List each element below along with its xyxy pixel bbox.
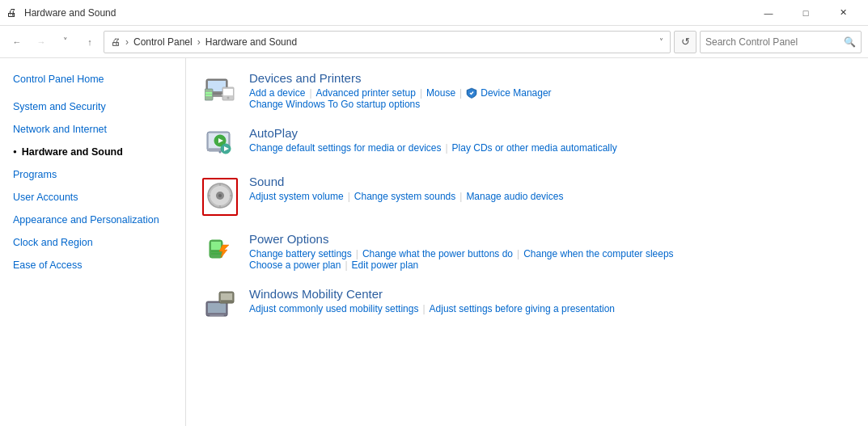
sidebar-item-ease-access[interactable]: Ease of Access <box>0 254 185 276</box>
link-device-manager[interactable]: Device Manager <box>481 87 551 99</box>
link-adjust-volume[interactable]: Adjust system volume <box>249 191 344 202</box>
mobility-icon <box>202 287 238 319</box>
addressbar: ← → ˅ ↑ 🖨 › Control Panel › Hardware and… <box>0 26 868 58</box>
sound-highlight-box <box>202 178 238 216</box>
section-devices-printers: Devices and Printers Add a device | Adva… <box>202 71 852 110</box>
link-advanced-printer[interactable]: Advanced printer setup <box>316 87 416 99</box>
search-input[interactable] <box>705 36 840 48</box>
mobility-svg-icon <box>205 289 235 319</box>
svg-point-13 <box>219 151 222 154</box>
window-controls: — □ ✕ <box>750 0 862 26</box>
power-svg-icon <box>205 234 235 264</box>
autoplay-links: Change default settings for media or dev… <box>249 142 852 154</box>
link-add-device[interactable]: Add a device <box>249 87 305 99</box>
sound-links: Adjust system volume | Change system sou… <box>249 191 852 202</box>
svg-rect-29 <box>211 253 221 255</box>
link-change-sounds[interactable]: Change system sounds <box>354 191 455 202</box>
devices-links-row1: Add a device | Advanced printer setup | … <box>249 87 852 99</box>
section-sound: Sound Adjust system volume | Change syst… <box>202 175 852 216</box>
power-links-row2: Choose a power plan | Edit power plan <box>249 259 852 271</box>
svg-rect-36 <box>221 293 232 300</box>
mobility-body: Windows Mobility Center Adjust commonly … <box>249 287 852 314</box>
sidebar-active-label: Hardware and Sound <box>22 144 123 160</box>
devices-svg-icon <box>205 73 235 103</box>
autoplay-svg-icon <box>205 128 235 158</box>
link-change-defaults[interactable]: Change default settings for media or dev… <box>249 142 441 154</box>
maximize-button[interactable]: □ <box>787 0 824 26</box>
sidebar-item-control-panel-home[interactable]: Control Panel Home <box>0 68 185 91</box>
titlebar: 🖨 Hardware and Sound — □ ✕ <box>0 0 868 26</box>
svg-rect-5 <box>223 89 233 95</box>
mobility-links: Adjust commonly used mobility settings |… <box>249 303 852 314</box>
svg-rect-34 <box>210 314 224 316</box>
link-power-plan[interactable]: Choose a power plan <box>249 259 341 271</box>
link-windows-go[interactable]: Change Windows To Go startup options <box>249 99 420 110</box>
link-edit-power[interactable]: Edit power plan <box>352 259 419 271</box>
devices-links-row2: Change Windows To Go startup options <box>249 99 852 110</box>
link-computer-sleeps[interactable]: Change when the computer sleeps <box>523 248 673 259</box>
power-icon <box>202 232 238 264</box>
sidebar-item-hardware-sound[interactable]: ● Hardware and Sound <box>0 141 185 163</box>
autoplay-body: AutoPlay Change default settings for med… <box>249 126 852 154</box>
sidebar-item-user-accounts[interactable]: User Accounts <box>0 186 185 209</box>
active-bullet: ● <box>13 147 17 158</box>
main-layout: Control Panel Home System and Security N… <box>0 58 868 426</box>
refresh-button[interactable]: ↺ <box>674 31 697 53</box>
content-area: Devices and Printers Add a device | Adva… <box>186 58 868 426</box>
sidebar-item-programs[interactable]: Programs <box>0 163 185 186</box>
link-play-cds[interactable]: Play CDs or other media automatically <box>452 142 617 154</box>
device-manager-shield-svg <box>466 87 477 99</box>
titlebar-left: 🖨 Hardware and Sound <box>6 6 116 19</box>
svg-rect-33 <box>212 313 222 314</box>
section-power-options: Power Options Change battery settings | … <box>202 232 852 271</box>
up-button[interactable]: ↑ <box>79 32 100 53</box>
link-mouse[interactable]: Mouse <box>426 87 455 99</box>
sidebar-item-network-internet[interactable]: Network and Internet <box>0 118 185 141</box>
section-mobility: Windows Mobility Center Adjust commonly … <box>202 287 852 319</box>
dropdown-button[interactable]: ˅ <box>55 32 76 53</box>
svg-point-21 <box>218 194 222 197</box>
close-button[interactable]: ✕ <box>824 0 862 26</box>
address-path[interactable]: 🖨 › Control Panel › Hardware and Sound ˅ <box>104 31 671 53</box>
sidebar-item-system-security[interactable]: System and Security <box>0 95 185 118</box>
devices-icon <box>202 71 238 103</box>
link-manage-audio[interactable]: Manage audio devices <box>466 191 563 202</box>
devices-body: Devices and Printers Add a device | Adva… <box>249 71 852 110</box>
svg-rect-32 <box>208 303 226 313</box>
path-root: Control Panel <box>133 36 193 48</box>
mobility-title[interactable]: Windows Mobility Center <box>249 287 852 301</box>
power-title[interactable]: Power Options <box>249 232 852 246</box>
window-title: Hardware and Sound <box>24 7 116 19</box>
autoplay-icon <box>202 126 238 158</box>
svg-point-6 <box>227 97 230 99</box>
link-presentation-settings[interactable]: Adjust settings before giving a presenta… <box>430 303 615 314</box>
minimize-button[interactable]: — <box>750 0 787 26</box>
sound-icon <box>202 175 238 216</box>
svg-rect-27 <box>211 242 221 250</box>
back-button[interactable]: ← <box>6 32 28 53</box>
window-icon: 🖨 <box>6 6 19 19</box>
link-mobility-settings[interactable]: Adjust commonly used mobility settings <box>249 303 418 314</box>
sound-body: Sound Adjust system volume | Change syst… <box>249 175 852 202</box>
link-battery-settings[interactable]: Change battery settings <box>249 248 352 259</box>
search-icon: 🔍 <box>844 36 856 48</box>
link-power-buttons[interactable]: Change what the power buttons do <box>362 248 513 259</box>
section-autoplay: AutoPlay Change default settings for med… <box>202 126 852 158</box>
power-body: Power Options Change battery settings | … <box>249 232 852 271</box>
sound-title[interactable]: Sound <box>249 175 852 188</box>
devices-title[interactable]: Devices and Printers <box>249 71 852 85</box>
search-box[interactable]: 🔍 <box>700 31 862 53</box>
sidebar-item-appearance[interactable]: Appearance and Personalization <box>0 209 185 231</box>
shield-icon <box>466 87 479 99</box>
svg-rect-9 <box>205 95 212 96</box>
sidebar: Control Panel Home System and Security N… <box>0 58 186 426</box>
sidebar-item-clock-region[interactable]: Clock and Region <box>0 231 185 254</box>
sound-svg-icon <box>206 182 234 209</box>
path-dropdown-arrow: ˅ <box>659 37 663 46</box>
autoplay-title[interactable]: AutoPlay <box>249 126 852 140</box>
svg-rect-2 <box>212 94 222 95</box>
path-icon: 🖨 <box>111 36 121 48</box>
svg-rect-8 <box>205 92 212 94</box>
power-links-row1: Change battery settings | Change what th… <box>249 248 852 259</box>
forward-button[interactable]: → <box>31 32 52 53</box>
